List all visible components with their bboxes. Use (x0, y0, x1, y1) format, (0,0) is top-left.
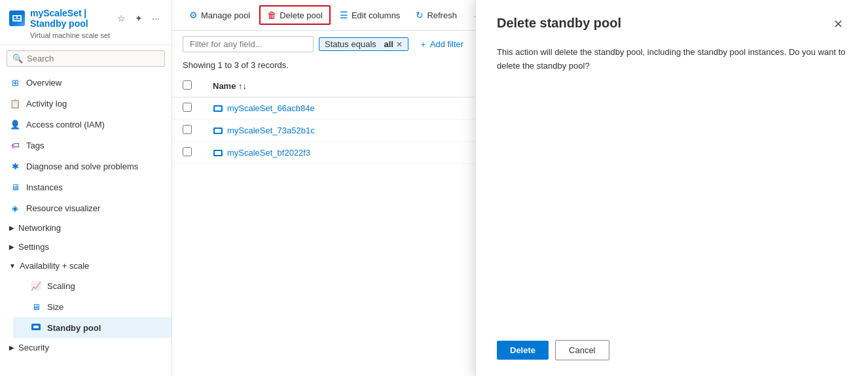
delete-pool-label: Delete pool (280, 10, 323, 20)
edit-columns-icon: ☰ (340, 10, 348, 20)
sidebar-item-size[interactable]: 🖥 Size (13, 296, 172, 317)
sidebar-group-label: Networking (18, 223, 61, 233)
standby-pool-icon (30, 322, 42, 333)
sidebar-group-label: Availability + scale (20, 261, 89, 271)
brand-row: myScaleSet | Standby pool ☆ ✦ ··· (9, 8, 162, 29)
row-checkbox[interactable] (183, 125, 192, 134)
sidebar-nav: ⊞ Overview 📋 Activity log 👤 Access contr… (0, 72, 172, 376)
svg-rect-5 (33, 326, 39, 328)
svg-rect-3 (14, 19, 20, 20)
sidebar-item-scaling[interactable]: 📈 Scaling (13, 275, 172, 296)
brand-name: myScaleSet (30, 8, 82, 18)
refresh-icon: ↻ (416, 10, 424, 20)
delete-pool-icon: 🗑 (267, 10, 276, 20)
row-checkbox[interactable] (183, 103, 192, 112)
sidebar-item-activity-log[interactable]: 📋 Activity log (0, 93, 172, 114)
filter-tag-label: Status equals (325, 39, 376, 49)
iam-icon: 👤 (9, 118, 21, 130)
sidebar-group-security[interactable]: ▶ Security (0, 338, 172, 357)
chevron-right-icon: ▶ (9, 224, 14, 231)
dialog-close-button[interactable]: ✕ (829, 16, 847, 33)
brand-actions: ☆ ✦ ··· (115, 12, 162, 25)
svg-rect-11 (215, 151, 221, 155)
sidebar-group-label: Settings (18, 242, 49, 252)
sidebar-item-label: Resource visualizer (26, 203, 100, 213)
filter-input[interactable] (183, 36, 314, 52)
dialog-header: Delete standby pool ✕ (497, 16, 847, 33)
sidebar-item-resource-visualizer[interactable]: ◈ Resource visualizer (0, 197, 172, 218)
dialog-body: This action will delete the standby pool… (497, 46, 847, 327)
dialog-footer: Delete Cancel (497, 327, 847, 360)
table-header-checkbox (172, 75, 202, 97)
edit-columns-label: Edit columns (352, 10, 400, 20)
search-box[interactable]: 🔍 (7, 50, 165, 67)
more-icon[interactable]: ··· (149, 12, 162, 25)
sidebar-item-diagnose[interactable]: ✱ Diagnose and solve problems (0, 156, 172, 177)
sidebar-group-networking[interactable]: ▶ Networking (0, 218, 172, 237)
refresh-label: Refresh (427, 10, 457, 20)
sidebar-item-label: Instances (26, 182, 63, 192)
sidebar-group-settings[interactable]: ▶ Settings (0, 237, 172, 256)
resource-vis-icon: ◈ (9, 202, 21, 214)
chevron-right-icon: ▶ (9, 344, 14, 351)
sidebar-item-tags[interactable]: 🏷 Tags (0, 135, 172, 156)
delete-dialog: Delete standby pool ✕ This action will d… (475, 0, 868, 376)
diagnose-icon: ✱ (9, 160, 21, 172)
svg-rect-9 (215, 129, 221, 133)
add-filter-button[interactable]: ＋ Add filter (414, 37, 469, 52)
filter-tag-close[interactable]: ✕ (396, 40, 403, 49)
sidebar-item-label: Overview (26, 78, 62, 88)
sidebar-group-availability-scale[interactable]: ▼ Availability + scale (0, 256, 172, 275)
sidebar-item-label: Tags (26, 141, 44, 150)
size-icon: 🖥 (30, 301, 42, 313)
sidebar-item-instances[interactable]: 🖥 Instances (0, 177, 172, 197)
brand-separator: | (84, 8, 86, 18)
manage-pool-label: Manage pool (201, 10, 250, 20)
filter-tag-value: all (384, 39, 393, 49)
svg-rect-2 (18, 16, 20, 18)
cancel-button[interactable]: Cancel (555, 340, 609, 360)
dialog-title: Delete standby pool (497, 16, 621, 31)
chevron-right-icon: ▶ (9, 243, 14, 250)
select-all-checkbox[interactable] (183, 80, 192, 90)
row-checkbox-cell (172, 142, 202, 164)
star-icon[interactable]: ✦ (132, 12, 145, 25)
row-checkbox[interactable] (183, 147, 192, 156)
sidebar-item-overview[interactable]: ⊞ Overview (0, 72, 172, 93)
manage-pool-icon: ⚙ (189, 10, 198, 20)
refresh-button[interactable]: ↻ Refresh (409, 7, 463, 24)
sidebar-item-label: Scaling (47, 281, 75, 291)
add-filter-icon: ＋ (419, 39, 427, 50)
dialog-body-text: This action will delete the standby pool… (497, 46, 847, 73)
instances-icon: 🖥 (9, 181, 21, 193)
availability-scale-children: 📈 Scaling 🖥 Size Standby pool (0, 275, 172, 338)
svg-rect-1 (14, 16, 16, 18)
edit-columns-button[interactable]: ☰ Edit columns (333, 7, 407, 24)
brand-text: myScaleSet | Standby pool (30, 8, 109, 29)
scaling-icon: 📈 (30, 280, 42, 292)
confirm-delete-button[interactable]: Delete (497, 341, 549, 360)
manage-pool-button[interactable]: ⚙ Manage pool (183, 7, 257, 24)
search-input[interactable] (27, 54, 159, 63)
sidebar-item-label: Access control (IAM) (26, 120, 105, 129)
svg-rect-0 (12, 15, 22, 22)
brand-subtitle: Standby pool (30, 18, 88, 29)
row-checkbox-cell (172, 97, 202, 120)
sidebar-header: myScaleSet | Standby pool ☆ ✦ ··· Virtua… (0, 0, 172, 45)
add-filter-label: Add filter (430, 39, 463, 49)
row-checkbox-cell (172, 120, 202, 142)
tags-icon: 🏷 (9, 139, 21, 151)
overview-icon: ⊞ (9, 77, 21, 88)
sidebar-group-label: Security (18, 343, 49, 352)
chevron-down-icon: ▼ (9, 262, 16, 269)
sidebar: myScaleSet | Standby pool ☆ ✦ ··· Virtua… (0, 0, 172, 376)
sidebar-item-iam[interactable]: 👤 Access control (IAM) (0, 114, 172, 135)
sidebar-item-standby-pool[interactable]: Standby pool (13, 317, 172, 338)
svg-rect-7 (215, 107, 221, 111)
delete-pool-button[interactable]: 🗑 Delete pool (259, 5, 331, 25)
sidebar-item-label: Activity log (26, 99, 67, 109)
resource-type: Virtual machine scale set (30, 31, 162, 39)
activity-log-icon: 📋 (9, 97, 21, 109)
filter-tag-status: Status equals all ✕ (319, 37, 408, 51)
favorite-icon[interactable]: ☆ (115, 12, 128, 25)
